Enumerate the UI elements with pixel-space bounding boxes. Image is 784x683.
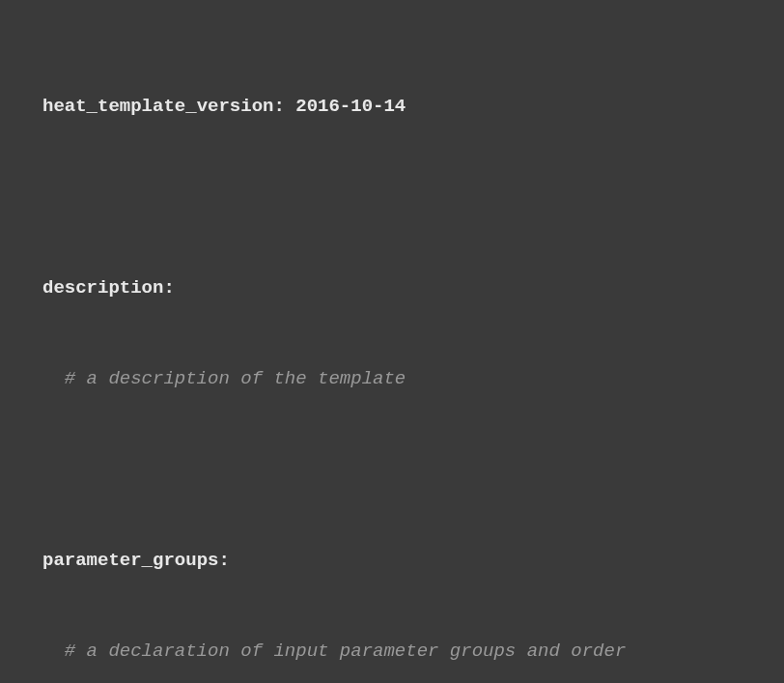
code-line: description: bbox=[42, 273, 742, 303]
yaml-key: description: bbox=[42, 277, 175, 299]
yaml-key: parameter_groups: bbox=[42, 550, 230, 571]
code-line: # a declaration of input parameter group… bbox=[42, 637, 742, 667]
code-line: # a description of the template bbox=[42, 364, 742, 394]
yaml-key: heat_template_version: bbox=[42, 96, 285, 117]
yaml-comment: # a declaration of input parameter group… bbox=[65, 640, 627, 662]
yaml-comment: # a description of the template bbox=[65, 368, 406, 389]
code-line: heat_template_version: 2016-10-14 bbox=[42, 92, 742, 122]
yaml-value: 2016-10-14 bbox=[285, 96, 406, 117]
code-line: parameter_groups: bbox=[42, 546, 742, 576]
blank-line bbox=[42, 455, 742, 485]
blank-line bbox=[42, 183, 742, 213]
yaml-code-block: heat_template_version: 2016-10-14 descri… bbox=[42, 31, 742, 683]
